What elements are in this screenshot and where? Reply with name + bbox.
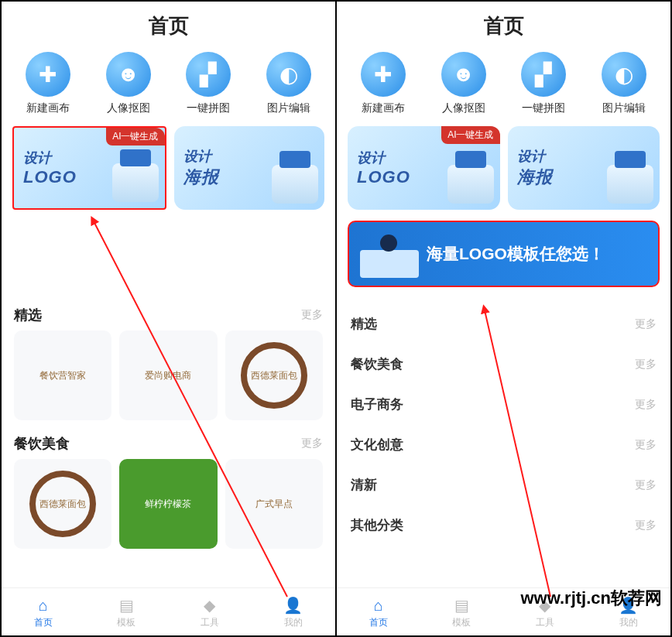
puzzle-icon: ▞ bbox=[521, 52, 566, 97]
category-ecommerce[interactable]: 电子商务 更多 bbox=[349, 385, 658, 425]
card-poster-line1: 设计 bbox=[517, 147, 553, 166]
template-thumb[interactable]: 爱尚购电商 bbox=[119, 330, 217, 420]
category-food[interactable]: 餐饮美食 更多 bbox=[349, 344, 658, 385]
tab-tools[interactable]: ◆ 工具 bbox=[201, 596, 219, 629]
card-poster-line2: 海报 bbox=[517, 166, 553, 189]
banner-row: 设计 LOGO AI一键生成 设计 海报 bbox=[337, 126, 670, 210]
more-link[interactable]: 更多 bbox=[301, 437, 323, 450]
card-design-logo[interactable]: 设计 LOGO AI一键生成 bbox=[12, 126, 166, 210]
profile-icon: 👤 bbox=[283, 596, 303, 615]
puzzle-icon: ▞ bbox=[186, 52, 231, 97]
tool-portrait-cutout[interactable]: ☻ 人像抠图 bbox=[106, 52, 151, 115]
phone-left: 首页 ✚ 新建画布 ☻ 人像抠图 ▞ 一键拼图 ◐ 图片编辑 设计 bbox=[1, 1, 336, 636]
picture-icon: ◐ bbox=[266, 52, 311, 97]
ai-badge: AI一键生成 bbox=[106, 128, 164, 146]
category-list: 精选 更多 餐饮美食 更多 电子商务 更多 文化创意 更多 清新 更多 其他分类… bbox=[337, 293, 670, 549]
tool-image-edit[interactable]: ◐ 图片编辑 bbox=[602, 52, 646, 115]
card-poster-line1: 设计 bbox=[183, 147, 219, 166]
page-title: 首页 bbox=[337, 2, 670, 47]
tab-profile[interactable]: 👤 我的 bbox=[283, 596, 303, 629]
phone-right: 首页 ✚ 新建画布 ☻ 人像抠图 ▞ 一键拼图 ◐ 图片编辑 设计 bbox=[336, 1, 671, 636]
logo-graphic-icon bbox=[112, 163, 159, 202]
category-other[interactable]: 其他分类 更多 bbox=[349, 505, 658, 546]
card-design-poster[interactable]: 设计 海报 bbox=[508, 126, 660, 210]
watermark: www.rjtj.cn软荐网 bbox=[520, 587, 662, 610]
card-design-logo[interactable]: 设计 LOGO AI一键生成 bbox=[348, 126, 500, 210]
card-logo-line2: LOGO bbox=[23, 167, 77, 187]
page-title: 首页 bbox=[2, 2, 335, 47]
plus-canvas-icon: ✚ bbox=[26, 52, 70, 97]
template-thumb[interactable]: 餐饮营智家 bbox=[14, 330, 111, 420]
template-icon: ▤ bbox=[454, 596, 469, 615]
banner-row: 设计 LOGO AI一键生成 设计 海报 bbox=[2, 126, 335, 210]
logo-graphic-icon bbox=[447, 165, 494, 204]
spacer bbox=[2, 210, 335, 295]
tab-home[interactable]: ⌂ 首页 bbox=[369, 597, 388, 629]
section-food: 餐饮美食 更多 西德莱面包 鲜柠柠檬茶 广式早点 bbox=[2, 423, 335, 552]
card-design-poster[interactable]: 设计 海报 bbox=[174, 126, 325, 210]
more-link[interactable]: 更多 bbox=[635, 438, 657, 452]
template-thumb[interactable]: 广式早点 bbox=[225, 459, 323, 549]
desk-graphic-icon bbox=[360, 250, 419, 278]
more-link[interactable]: 更多 bbox=[635, 398, 657, 412]
banner-text: 海量LOGO模板任您选！ bbox=[427, 243, 605, 265]
template-library-banner[interactable]: 海量LOGO模板任您选！ bbox=[348, 221, 660, 287]
plus-canvas-icon: ✚ bbox=[361, 52, 406, 97]
ai-badge: AI一键生成 bbox=[441, 126, 499, 144]
tool-collage[interactable]: ▞ 一键拼图 bbox=[521, 52, 566, 115]
card-poster-line2: 海报 bbox=[183, 166, 219, 189]
category-featured[interactable]: 精选 更多 bbox=[349, 304, 658, 344]
tool-row: ✚ 新建画布 ☻ 人像抠图 ▞ 一键拼图 ◐ 图片编辑 bbox=[2, 47, 335, 126]
tool-image-edit[interactable]: ◐ 图片编辑 bbox=[266, 52, 311, 115]
more-link[interactable]: 更多 bbox=[635, 519, 657, 533]
more-link[interactable]: 更多 bbox=[635, 317, 657, 331]
template-thumb[interactable]: 西德莱面包 bbox=[14, 459, 111, 549]
person-graphic-icon bbox=[380, 235, 397, 252]
tool-row: ✚ 新建画布 ☻ 人像抠图 ▞ 一键拼图 ◐ 图片编辑 bbox=[337, 47, 670, 126]
tools-icon: ◆ bbox=[204, 596, 215, 615]
category-creative[interactable]: 文化创意 更多 bbox=[349, 425, 658, 465]
tool-portrait-cutout[interactable]: ☻ 人像抠图 bbox=[441, 52, 486, 115]
home-icon: ⌂ bbox=[374, 597, 383, 615]
tab-templates[interactable]: ▤ 模板 bbox=[452, 596, 471, 629]
home-icon: ⌂ bbox=[39, 597, 48, 615]
tool-collage[interactable]: ▞ 一键拼图 bbox=[186, 52, 231, 115]
app-comparison: 首页 ✚ 新建画布 ☻ 人像抠图 ▞ 一键拼图 ◐ 图片编辑 设计 bbox=[0, 0, 672, 637]
template-icon: ▤ bbox=[119, 596, 134, 615]
section-title: 餐饮美食 bbox=[14, 434, 70, 453]
card-logo-line1: 设计 bbox=[23, 149, 77, 167]
tab-templates[interactable]: ▤ 模板 bbox=[117, 596, 135, 629]
tab-bar: ⌂ 首页 ▤ 模板 ◆ 工具 👤 我的 bbox=[2, 587, 335, 635]
section-title: 精选 bbox=[14, 306, 42, 324]
more-link[interactable]: 更多 bbox=[635, 478, 657, 492]
face-icon: ☻ bbox=[106, 52, 151, 97]
picture-icon: ◐ bbox=[602, 52, 646, 97]
template-thumb[interactable]: 鲜柠柠檬茶 bbox=[119, 459, 217, 549]
section-featured: 精选 更多 餐饮营智家 爱尚购电商 西德莱面包 bbox=[2, 295, 335, 423]
face-icon: ☻ bbox=[441, 52, 486, 97]
tool-new-canvas[interactable]: ✚ 新建画布 bbox=[26, 52, 70, 115]
more-link[interactable]: 更多 bbox=[635, 358, 657, 372]
more-link[interactable]: 更多 bbox=[301, 308, 323, 322]
template-thumb[interactable]: 西德莱面包 bbox=[225, 330, 323, 420]
card-logo-line1: 设计 bbox=[357, 149, 410, 167]
tab-home[interactable]: ⌂ 首页 bbox=[34, 597, 53, 629]
poster-graphic-icon bbox=[272, 165, 318, 204]
category-fresh[interactable]: 清新 更多 bbox=[349, 465, 658, 505]
card-logo-line2: LOGO bbox=[357, 167, 410, 187]
poster-graphic-icon bbox=[607, 165, 653, 204]
tool-new-canvas[interactable]: ✚ 新建画布 bbox=[361, 52, 406, 115]
